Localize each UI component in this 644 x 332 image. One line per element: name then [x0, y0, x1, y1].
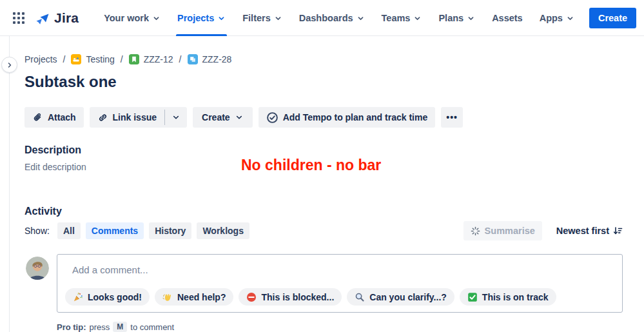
user-avatar[interactable]: [26, 257, 49, 280]
jira-logo-icon: [35, 10, 50, 26]
chevron-right-icon: [6, 61, 14, 69]
magnifier-icon: [355, 292, 365, 302]
subtask-icon: [188, 54, 198, 64]
chevron-down-icon: [235, 113, 244, 122]
quick-reply-need-help[interactable]: Need help?: [155, 288, 233, 306]
chevron-down-icon: [356, 14, 365, 23]
link-issue-dropdown-button[interactable]: [165, 107, 187, 128]
summarise-button[interactable]: Summarise: [463, 221, 542, 240]
page-title[interactable]: Subtask one: [24, 73, 117, 91]
description-heading: Description: [24, 144, 81, 156]
logo-text: Jira: [54, 10, 79, 26]
issue-toolbar: Attach Link issue Create Add Tempo: [24, 107, 463, 128]
tempo-button[interactable]: Add Tempo to plan and track time: [259, 107, 436, 128]
app-switcher-icon[interactable]: [8, 7, 30, 29]
activity-filter-row: Show: All Comments History Worklogs Summ…: [24, 221, 623, 240]
nav-item-plans[interactable]: Plans: [430, 0, 483, 36]
breadcrumb-current-issue[interactable]: ZZZ-28: [188, 54, 232, 64]
sidebar-divider: [9, 36, 10, 332]
sort-order-button[interactable]: Newest first: [556, 226, 623, 236]
nav-item-teams[interactable]: Teams: [373, 0, 431, 36]
jira-logo[interactable]: Jira: [35, 10, 79, 26]
chevron-down-icon: [274, 14, 282, 23]
attach-button[interactable]: Attach: [24, 107, 84, 128]
chevron-down-icon: [171, 113, 181, 122]
comment-placeholder: Add a comment...: [72, 264, 148, 275]
filter-all[interactable]: All: [57, 222, 81, 239]
edit-description-link[interactable]: Edit description: [24, 162, 86, 172]
nav-item-apps[interactable]: Apps: [531, 0, 583, 36]
more-actions-button[interactable]: •••: [441, 107, 463, 128]
green-check-icon: [467, 292, 478, 302]
ellipsis-icon: •••: [446, 112, 458, 122]
comment-box[interactable]: Add a comment... Looks good! Need: [57, 254, 623, 313]
clock-check-icon: [266, 112, 278, 124]
story-icon: [129, 54, 139, 64]
keyboard-shortcut-m: M: [113, 322, 127, 332]
jira-issue-page: Jira Your work Projects Filters Dashboar…: [0, 0, 644, 332]
filter-worklogs[interactable]: Worklogs: [197, 222, 249, 239]
nav-item-your-work[interactable]: Your work: [95, 0, 169, 36]
chevron-down-icon: [467, 14, 475, 23]
sort-descending-icon: [612, 226, 623, 236]
chevron-down-icon: [566, 14, 574, 23]
project-avatar-icon: [71, 54, 81, 64]
filter-comments[interactable]: Comments: [86, 222, 144, 239]
grid-icon: [12, 12, 25, 24]
filter-history[interactable]: History: [149, 222, 191, 239]
chevron-down-icon: [152, 14, 161, 23]
nav-item-filters[interactable]: Filters: [234, 0, 291, 36]
pro-tip-label: Pro tip:: [57, 322, 86, 332]
no-entry-icon: [246, 292, 257, 302]
chevron-down-icon: [413, 14, 422, 23]
breadcrumb-separator: /: [63, 54, 66, 64]
party-popper-icon: [73, 292, 83, 302]
link-issue-split-button: Link issue: [90, 107, 187, 128]
breadcrumb-separator: /: [121, 54, 123, 64]
breadcrumb-parent-issue[interactable]: ZZZ-12: [129, 54, 173, 64]
nav-item-dashboards[interactable]: Dashboards: [291, 0, 373, 36]
activity-heading: Activity: [24, 206, 62, 217]
create-button[interactable]: Create: [589, 8, 636, 28]
expand-sidebar-button[interactable]: [1, 57, 17, 73]
top-navigation: Jira Your work Projects Filters Dashboar…: [0, 0, 644, 36]
breadcrumb: Projects / Testing / ZZZ-12 /: [24, 54, 231, 64]
quick-reply-on-track[interactable]: This is on track: [460, 288, 556, 306]
create-child-button[interactable]: Create: [193, 107, 253, 128]
sparkle-icon: [471, 226, 480, 236]
quick-reply-row: Looks good! Need help? This is blocked..…: [65, 288, 556, 306]
link-issue-button[interactable]: Link issue: [90, 107, 164, 128]
quick-reply-clarify[interactable]: Can you clarify...?: [347, 288, 454, 306]
red-annotation-text: No children - no bar: [241, 157, 381, 174]
breadcrumb-project-testing[interactable]: Testing: [71, 54, 114, 64]
link-icon: [97, 112, 108, 123]
nav-item-assets[interactable]: Assets: [483, 0, 531, 36]
nav-item-projects[interactable]: Projects: [169, 0, 234, 36]
quick-reply-looks-good[interactable]: Looks good!: [65, 288, 150, 306]
breadcrumb-separator: /: [179, 54, 182, 64]
waving-hand-icon: [162, 292, 173, 302]
breadcrumb-projects[interactable]: Projects: [24, 54, 57, 64]
avatar-image: [26, 257, 49, 280]
show-label: Show:: [24, 226, 50, 236]
quick-reply-blocked[interactable]: This is blocked...: [239, 288, 342, 306]
chevron-down-icon: [217, 14, 226, 23]
paperclip-icon: [32, 112, 43, 123]
pro-tip: Pro tip: press M to comment: [57, 322, 174, 332]
